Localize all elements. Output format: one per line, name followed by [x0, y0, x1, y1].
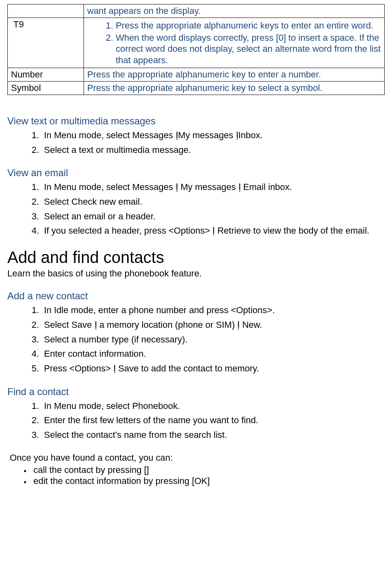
list-item: Select a text or multimedia message. [42, 144, 385, 156]
list-item: Enter contact information. [42, 348, 385, 360]
list-item: In Menu mode, select Messages Ị My messa… [42, 181, 385, 193]
list-item: Select an email or a header. [42, 210, 385, 223]
t9-steps: Press the appropriate alphanumeric keys … [87, 20, 381, 66]
table-cell-right: Press the appropriate alphanumeric key t… [84, 68, 385, 82]
find-contact-steps: In Menu mode, select Phonebook. Enter th… [7, 400, 385, 441]
list-item: In Idle mode, enter a phone number and p… [42, 304, 385, 316]
input-mode-table: want appears on the display. T9 Press th… [7, 4, 385, 95]
list-item: Select Save Ị a memory location (phone o… [42, 319, 385, 331]
view-messages-steps: In Menu mode, select Messages ỊMy messag… [7, 129, 385, 156]
list-item: edit the contact information by pressing… [31, 476, 385, 486]
list-item: Select the contact's name from the searc… [42, 429, 385, 441]
table-cell-left [8, 4, 84, 18]
table-row: Number Press the appropriate alphanumeri… [8, 68, 385, 82]
section-heading-view-messages: View text or multimedia messages [7, 115, 385, 127]
table-cell-right: Press the appropriate alphanumeric key t… [84, 82, 385, 95]
list-item: When the word displays correctly, press … [116, 32, 381, 66]
once-found-intro: Once you have found a contact, you can: [10, 453, 385, 463]
heading-add-find-contacts: Add and find contacts [7, 248, 385, 267]
table-row: T9 Press the appropriate alphanumeric ke… [8, 18, 385, 68]
table-cell-right: Press the appropriate alphanumeric keys … [84, 18, 385, 68]
view-email-steps: In Menu mode, select Messages Ị My messa… [7, 181, 385, 237]
section-heading-view-email: View an email [7, 167, 385, 179]
list-item: If you selected a header, press <Options… [42, 225, 385, 237]
contacts-intro: Learn the basics of using the phonebook … [7, 268, 385, 279]
table-cell-left: Symbol [8, 82, 84, 95]
table-row: Symbol Press the appropriate alphanumeri… [8, 82, 385, 95]
list-item: call the contact by pressing [] [31, 465, 385, 475]
list-item: In Menu mode, select Phonebook. [42, 400, 385, 412]
table-cell-left: T9 [8, 18, 84, 68]
list-item: In Menu mode, select Messages ỊMy messag… [42, 129, 385, 141]
section-heading-find-contact: Find a contact [7, 386, 385, 398]
list-item: Press the appropriate alphanumeric keys … [116, 20, 381, 31]
list-item: Enter the first few letters of the name … [42, 414, 385, 426]
add-contact-steps: In Idle mode, enter a phone number and p… [7, 304, 385, 374]
section-heading-add-contact: Add a new contact [7, 290, 385, 302]
table-cell-right: want appears on the display. [84, 4, 385, 18]
list-item: Press <Options> Ị Save to add the contac… [42, 362, 385, 375]
table-cell-left: Number [8, 68, 84, 82]
once-found-bullets: call the contact by pressing [] edit the… [7, 465, 385, 486]
table-row: want appears on the display. [8, 4, 385, 18]
list-item: Select Check new email. [42, 196, 385, 208]
list-item: Select a number type (if necessary). [42, 334, 385, 346]
